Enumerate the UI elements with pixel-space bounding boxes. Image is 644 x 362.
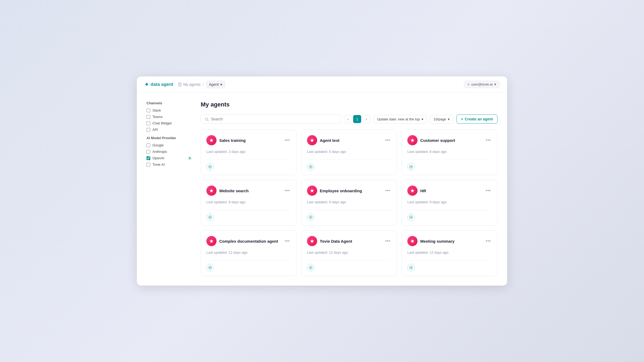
- agent-card-header: Sales training •••: [206, 135, 291, 145]
- agent-last-updated: Last updated: 9 days ago: [206, 200, 291, 204]
- svg-point-14: [310, 217, 311, 217]
- sort-dropdown[interactable]: Update date: new at the top ▾: [374, 115, 427, 124]
- agent-icon: [307, 186, 317, 196]
- pagination: ‹ 1 ›: [344, 115, 370, 123]
- breadcrumb-home[interactable]: My agents: [178, 82, 201, 87]
- agent-more-button[interactable]: •••: [284, 238, 291, 245]
- agent-divider: [307, 260, 391, 261]
- star-icon: [410, 138, 415, 143]
- svg-point-20: [310, 267, 311, 268]
- sidebar-item-anthropic[interactable]: Anthropic: [147, 150, 192, 154]
- agent-last-updated: Last updated: 12 days ago: [206, 250, 291, 254]
- agent-name: Tovie Data Agent: [320, 239, 352, 243]
- star-icon: [310, 188, 314, 193]
- agent-card-header: Meeting summary •••: [407, 236, 492, 246]
- checkbox-openai[interactable]: [147, 156, 150, 160]
- topnav: ✦ data agent My agents / Agent ▾ user@to…: [137, 76, 507, 93]
- agent-icon: [407, 135, 418, 145]
- agent-card[interactable]: Employee onboarding ••• Last updated: 9 …: [301, 180, 397, 226]
- svg-point-6: [210, 166, 210, 167]
- user-chevron-icon: ▾: [494, 82, 496, 86]
- agent-more-button[interactable]: •••: [384, 238, 391, 245]
- sidebar-item-teams[interactable]: Teams: [147, 115, 192, 119]
- agent-card[interactable]: Agent test ••• Last updated: 5 days ago: [301, 130, 397, 175]
- breadcrumb: My agents / Agent ▾: [178, 81, 225, 88]
- agent-divider: [206, 210, 291, 210]
- checkbox-chat-widget[interactable]: [147, 121, 150, 125]
- agent-more-button[interactable]: •••: [485, 187, 492, 194]
- agent-more-button[interactable]: •••: [485, 238, 492, 245]
- agent-model-icon: [307, 213, 314, 221]
- breadcrumb-my-agents[interactable]: My agents: [183, 82, 201, 87]
- pagination-current[interactable]: 1: [353, 115, 361, 123]
- agent-card[interactable]: Complex documentation agent ••• Last upd…: [201, 230, 297, 276]
- agent-card[interactable]: Meeting summary ••• Last updated: 12 day…: [402, 230, 497, 276]
- agent-last-updated: Last updated: 8 days ago: [407, 150, 492, 154]
- per-page-dropdown[interactable]: 10/page ▾: [430, 115, 453, 124]
- channel-label: Teams: [152, 115, 163, 119]
- create-plus-icon: +: [461, 117, 463, 121]
- agent-last-updated: Last updated: 12 days ago: [407, 250, 492, 254]
- right-panel: My agents ‹ 1 › Update date: new at the: [201, 101, 497, 277]
- star-icon: [410, 239, 415, 243]
- agent-more-button[interactable]: •••: [384, 187, 391, 194]
- agent-card[interactable]: HR ••• Last updated: 9 days ago: [402, 180, 497, 226]
- checkbox-tovie-ai[interactable]: [147, 163, 150, 167]
- agent-model-icon: [307, 264, 314, 271]
- breadcrumb-dropdown[interactable]: Agent ▾: [206, 81, 225, 88]
- svg-point-18: [210, 267, 210, 268]
- svg-point-8: [310, 166, 311, 167]
- pagination-prev[interactable]: ‹: [344, 115, 352, 123]
- agent-more-button[interactable]: •••: [284, 137, 291, 144]
- checkbox-anthropic[interactable]: [147, 150, 150, 154]
- agent-divider: [206, 260, 291, 261]
- sidebar-item-openai[interactable]: OpenAI9: [147, 156, 192, 160]
- channels-section-title: Channels: [147, 101, 192, 105]
- checkbox-api[interactable]: [147, 128, 150, 132]
- agent-divider: [206, 160, 291, 160]
- agent-card[interactable]: Sales training ••• Last updated: 2 days …: [201, 130, 297, 175]
- agent-name: Complex documentation agent: [219, 239, 278, 243]
- agent-last-updated: Last updated: 12 days ago: [307, 250, 391, 254]
- channel-label: Slack: [152, 108, 161, 112]
- sidebar-item-chat-widget[interactable]: Chat Widget: [147, 121, 192, 125]
- agent-more-button[interactable]: •••: [284, 187, 291, 194]
- agent-divider: [407, 260, 492, 261]
- channel-label: Chat Widget: [152, 121, 172, 125]
- svg-line-4: [207, 120, 208, 121]
- agent-card[interactable]: Tovie Data Agent ••• Last updated: 12 da…: [301, 230, 397, 276]
- agent-title-row: Tovie Data Agent: [307, 236, 352, 246]
- sidebar-item-tovie-ai[interactable]: Tovie AI: [147, 162, 192, 167]
- user-badge[interactable]: user@tovie.ai ▾: [464, 81, 500, 88]
- checkbox-teams[interactable]: [147, 115, 150, 119]
- models-list: GoogleAnthropicOpenAI9Tovie AI: [147, 143, 192, 167]
- agent-divider: [307, 210, 391, 210]
- model-label: Anthropic: [152, 150, 167, 154]
- agent-name: Website search: [219, 189, 249, 193]
- agent-card-header: Website search •••: [206, 186, 291, 196]
- sidebar-item-slack[interactable]: Slack: [147, 108, 192, 112]
- openai-icon: [309, 165, 313, 169]
- agent-card[interactable]: Customer support ••• Last updated: 8 day…: [402, 130, 497, 175]
- channel-label: API: [152, 128, 158, 132]
- create-agent-button[interactable]: + Create an agent: [456, 114, 497, 124]
- agent-card[interactable]: Website search ••• Last updated: 9 days …: [201, 180, 297, 226]
- openai-icon: [309, 215, 313, 219]
- agent-icon: [206, 186, 217, 196]
- model-label: Tovie AI: [152, 162, 165, 167]
- agent-more-button[interactable]: •••: [485, 137, 492, 144]
- pagination-next[interactable]: ›: [362, 115, 370, 123]
- user-avatar: [467, 83, 470, 86]
- openai-icon: [409, 165, 413, 169]
- page-title: My agents: [201, 101, 497, 108]
- agent-name: Customer support: [420, 138, 455, 143]
- search-box: [201, 114, 341, 124]
- checkbox-slack[interactable]: [147, 109, 150, 112]
- sidebar-item-google[interactable]: Google: [147, 143, 192, 147]
- agent-name: Sales training: [219, 138, 246, 143]
- breadcrumb-separator: /: [203, 82, 204, 87]
- agent-more-button[interactable]: •••: [384, 137, 391, 144]
- sidebar-item-api[interactable]: API: [147, 128, 192, 132]
- search-input[interactable]: [211, 117, 337, 121]
- checkbox-google[interactable]: [147, 143, 150, 147]
